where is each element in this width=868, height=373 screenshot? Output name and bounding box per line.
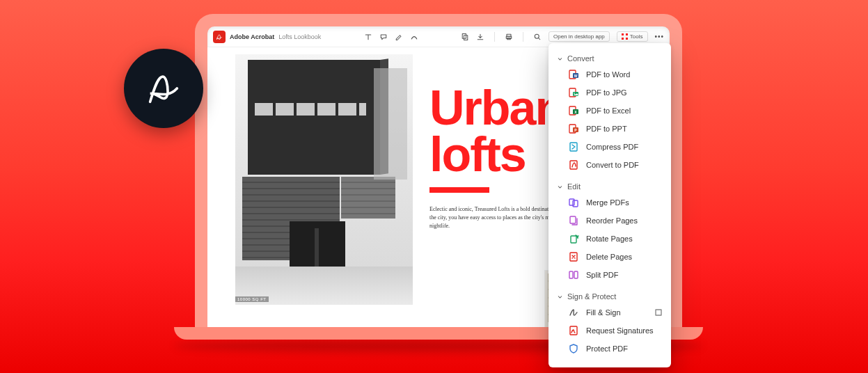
flyout-item-label: Convert to PDF: [586, 161, 639, 169]
svg-rect-22: [570, 216, 576, 223]
tools-button[interactable]: Tools: [617, 31, 648, 42]
flyout-heading-label: Convert: [567, 54, 594, 63]
flyout-item-label: Split PDF: [586, 271, 618, 279]
flyout-item-pdf-to-word[interactable]: W PDF to Word: [549, 65, 671, 84]
flyout-heading-convert[interactable]: Convert: [549, 51, 671, 65]
convert-pdf-icon: [568, 159, 579, 170]
tools-grid-icon: [622, 33, 628, 40]
flyout-item-label: Rotate Pages: [586, 235, 633, 243]
document-name: Lofts Lookbook: [278, 33, 321, 40]
flyout-item-label: PDF to PPT: [586, 125, 627, 133]
flyout-item-label: PDF to Word: [586, 70, 630, 79]
delete-page-icon: [568, 251, 579, 262]
ppt-file-icon: P: [568, 123, 579, 134]
split-icon: [568, 269, 579, 280]
search-icon[interactable]: [533, 33, 542, 41]
open-desktop-button[interactable]: Open in desktop app: [549, 31, 610, 42]
flyout-item-rotate-pages[interactable]: Rotate Pages: [549, 230, 671, 248]
flyout-section-sign-protect: Sign & Protect Fill & Sign Request Signa…: [549, 287, 671, 360]
toolbar-right-group: Open in desktop app Tools •••: [461, 31, 664, 42]
shield-icon: [568, 343, 579, 354]
flyout-item-label: Protect PDF: [586, 344, 628, 353]
download-icon[interactable]: [476, 33, 484, 41]
flyout-section-edit: Edit Merge PDFs Reorder Pages Rotate Pag…: [549, 177, 671, 287]
highlight-tool-icon[interactable]: [395, 33, 403, 41]
flyout-item-label: PDF to Excel: [586, 106, 631, 115]
flyout-item-pdf-to-excel[interactable]: X PDF to Excel: [549, 102, 671, 120]
svg-rect-27: [656, 310, 661, 315]
svg-rect-10: [573, 92, 578, 96]
flyout-item-reorder-pages[interactable]: Reorder Pages: [549, 212, 671, 230]
fill-sign-icon: [568, 307, 579, 318]
excel-file-icon: X: [568, 105, 579, 116]
flyout-heading-label: Sign & Protect: [567, 292, 616, 301]
svg-rect-23: [571, 236, 576, 243]
flyout-item-protect-pdf[interactable]: Protect PDF: [549, 340, 671, 358]
reorder-icon: [568, 215, 579, 226]
flyout-item-split-pdf[interactable]: Split PDF: [549, 266, 671, 284]
jpg-file-icon: [568, 87, 579, 98]
request-signature-icon: [568, 325, 579, 336]
flyout-item-label: Merge PDFs: [586, 198, 629, 207]
flyout-item-label: Reorder Pages: [586, 216, 638, 225]
print-icon[interactable]: [505, 33, 513, 41]
hero-stage: Adobe Acrobat Lofts Lookbook: [0, 0, 868, 373]
compress-icon: [568, 141, 579, 152]
toolbar-center-group: [364, 33, 418, 41]
svg-rect-18: [570, 143, 577, 151]
chevron-down-icon: [557, 56, 563, 62]
flyout-item-compress-pdf[interactable]: Compress PDF: [549, 138, 671, 156]
flyout-heading-sign-protect[interactable]: Sign & Protect: [549, 289, 671, 303]
word-file-icon: W: [568, 69, 579, 80]
flyout-item-pdf-to-ppt[interactable]: P PDF to PPT: [549, 120, 671, 138]
title-underline: [429, 187, 489, 193]
svg-rect-19: [570, 161, 577, 169]
chevron-down-icon: [557, 294, 563, 300]
flyout-item-label: Request Signatures: [586, 326, 654, 335]
tools-button-label: Tools: [630, 33, 643, 40]
flyout-heading-label: Edit: [567, 182, 581, 191]
flyout-item-pdf-to-jpg[interactable]: PDF to JPG: [549, 84, 671, 102]
hero-photo: 10000 SQ FT: [235, 54, 413, 305]
acrobat-logo-icon: [213, 31, 226, 43]
flyout-item-request-signatures[interactable]: Request Signatures: [549, 322, 671, 340]
flyout-item-fill-sign[interactable]: Fill & Sign: [549, 303, 671, 322]
comment-tool-icon[interactable]: [379, 33, 388, 41]
svg-point-11: [574, 93, 575, 94]
flyout-item-label: PDF to JPG: [586, 88, 627, 97]
flyout-item-merge-pdfs[interactable]: Merge PDFs: [549, 193, 671, 212]
merge-icon: [568, 197, 579, 208]
chevron-down-icon: [557, 184, 563, 190]
tools-flyout: Convert W PDF to Word PDF to JPG X PDF t…: [549, 43, 671, 367]
svg-rect-25: [569, 271, 573, 278]
acrobat-badge: [124, 49, 203, 128]
svg-rect-26: [574, 271, 578, 278]
flyout-item-delete-pages[interactable]: Delete Pages: [549, 248, 671, 266]
rotate-icon: [568, 233, 579, 244]
svg-text:W: W: [574, 74, 578, 78]
more-menu-icon[interactable]: •••: [655, 33, 665, 40]
flyout-heading-edit[interactable]: Edit: [549, 180, 671, 193]
flyout-item-label: Delete Pages: [586, 253, 632, 261]
external-icon: [654, 308, 663, 317]
draw-tool-icon[interactable]: [410, 33, 418, 41]
flyout-item-label: Fill & Sign: [586, 308, 621, 317]
flyout-section-convert: Convert W PDF to Word PDF to JPG X PDF t…: [549, 49, 671, 177]
app-name: Adobe Acrobat: [230, 33, 274, 40]
text-tool-icon[interactable]: [364, 33, 372, 41]
photo-caption: 10000 SQ FT: [235, 296, 269, 302]
flyout-item-label: Compress PDF: [586, 143, 638, 151]
page-panel-icon[interactable]: [461, 33, 469, 41]
flyout-item-convert-to-pdf[interactable]: Convert to PDF: [549, 156, 671, 174]
